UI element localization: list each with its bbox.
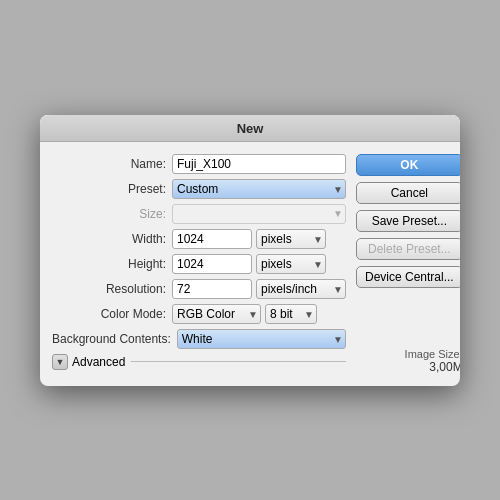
bg-contents-select-wrapper: White Background Color Transparent ▼ [177,329,346,349]
save-preset-button[interactable]: Save Preset... [356,210,460,232]
preset-select-wrapper: Custom Default Photoshop Size U.S. Paper… [172,179,346,199]
name-input[interactable] [172,154,346,174]
advanced-collapse-icon[interactable]: ▼ [52,354,68,370]
width-input[interactable] [172,229,252,249]
resolution-unit-select[interactable]: pixels/inch pixels/cm [256,279,346,299]
dialog-title: New [40,115,460,142]
color-mode-select-wrapper: Bitmap Grayscale RGB Color CMYK Color La… [172,304,261,324]
advanced-toggle[interactable]: ▼ Advanced [52,354,125,370]
image-size-label: Image Size: [356,348,460,360]
resolution-label: Resolution: [52,282,172,296]
height-unit-wrapper: pixels inches cm mm ▼ [256,254,326,274]
size-input [172,204,346,224]
image-size-section: Image Size: 3,00M [356,338,460,374]
color-mode-row: Color Mode: Bitmap Grayscale RGB Color C… [52,304,346,324]
color-mode-select[interactable]: Bitmap Grayscale RGB Color CMYK Color La… [172,304,261,324]
size-input-arrow-icon: ▼ [333,208,343,219]
bg-contents-row: Background Contents: White Background Co… [52,329,346,349]
bg-contents-label: Background Contents: [52,332,177,346]
preset-label: Preset: [52,182,172,196]
image-size-value: 3,00M [356,360,460,374]
resolution-input[interactable] [172,279,252,299]
size-input-wrapper: ▼ [172,204,346,224]
right-panel: OK Cancel Save Preset... Delete Preset..… [356,154,460,374]
bit-depth-wrapper: 8 bit 16 bit 32 bit ▼ [265,304,317,324]
bg-contents-select[interactable]: White Background Color Transparent [177,329,346,349]
width-label: Width: [52,232,172,246]
width-unit-select[interactable]: pixels inches cm mm [256,229,326,249]
size-label: Size: [52,207,172,221]
resolution-row: Resolution: pixels/inch pixels/cm ▼ [52,279,346,299]
height-unit-select[interactable]: pixels inches cm mm [256,254,326,274]
preset-select[interactable]: Custom Default Photoshop Size U.S. Paper… [172,179,346,199]
advanced-divider [131,361,346,362]
width-unit-wrapper: pixels inches cm mm ▼ [256,229,326,249]
height-label: Height: [52,257,172,271]
ok-button[interactable]: OK [356,154,460,176]
name-row: Name: [52,154,346,174]
height-row: Height: pixels inches cm mm ▼ [52,254,346,274]
color-mode-label: Color Mode: [52,307,172,321]
bit-depth-select[interactable]: 8 bit 16 bit 32 bit [265,304,317,324]
cancel-button[interactable]: Cancel [356,182,460,204]
new-document-dialog: New Name: Preset: Custom Default Photosh… [40,115,460,386]
preset-row: Preset: Custom Default Photoshop Size U.… [52,179,346,199]
delete-preset-button[interactable]: Delete Preset... [356,238,460,260]
name-label: Name: [52,157,172,171]
size-row: Size: ▼ [52,204,346,224]
advanced-row: ▼ Advanced [52,354,346,370]
height-input[interactable] [172,254,252,274]
left-panel: Name: Preset: Custom Default Photoshop S… [52,154,346,374]
advanced-label: Advanced [72,355,125,369]
resolution-unit-wrapper: pixels/inch pixels/cm ▼ [256,279,346,299]
width-row: Width: pixels inches cm mm ▼ [52,229,346,249]
device-central-button[interactable]: Device Central... [356,266,460,288]
